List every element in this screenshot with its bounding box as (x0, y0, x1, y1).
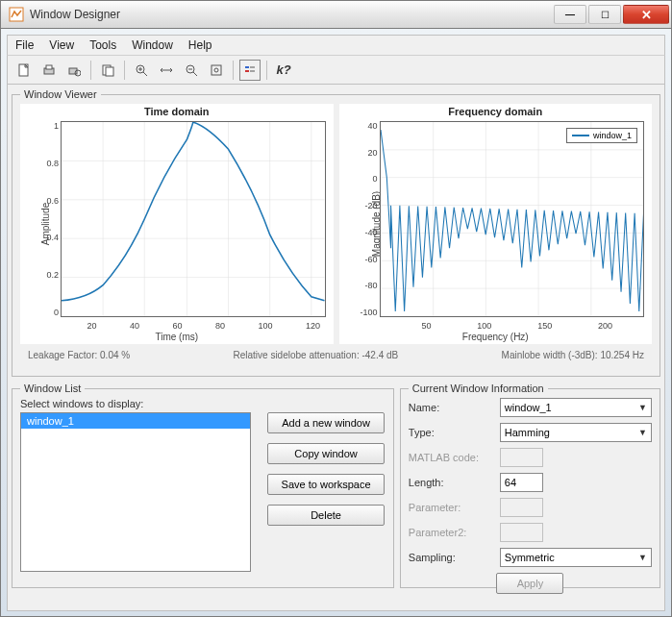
stat-leakage: Leakage Factor: 0.04 % (28, 350, 130, 360)
window-title: Window Designer (30, 8, 552, 21)
new-icon[interactable] (13, 60, 35, 81)
menu-view[interactable]: View (49, 38, 74, 52)
copy-window-button[interactable]: Copy window (267, 443, 385, 464)
menu-window[interactable]: Window (132, 38, 173, 52)
delete-button[interactable]: Delete (267, 505, 385, 526)
chevron-down-icon: ▼ (638, 428, 647, 437)
winlist-legend: Window List (20, 383, 85, 394)
label-length: Length: (409, 477, 500, 488)
svg-rect-20 (245, 70, 249, 72)
svg-rect-19 (245, 66, 249, 68)
freq-chart-plot: window_1 (380, 121, 645, 317)
info-legend: Current Window Information (409, 383, 548, 394)
menubar: File View Tools Window Help (7, 35, 665, 56)
maximize-button[interactable]: ☐ (588, 5, 621, 24)
label-sampling: Sampling: (409, 552, 500, 563)
window-list-group: Window List Select windows to display: w… (12, 383, 394, 588)
freq-chart-xlabel: Frequency (Hz) (339, 332, 653, 342)
viewer-stats: Leakage Factor: 0.04 % Relative sidelobe… (20, 344, 652, 360)
freq-chart-yticks: 40200-20-40-60-80-100 (359, 121, 378, 317)
svg-line-15 (193, 72, 197, 76)
svg-rect-8 (106, 67, 113, 76)
add-window-button[interactable]: Add a new window (267, 412, 385, 433)
svg-rect-17 (212, 65, 221, 75)
name-dropdown[interactable]: window_1▼ (500, 398, 652, 417)
titlebar: Window Designer ─ ☐ ✕ (0, 0, 672, 29)
menu-tools[interactable]: Tools (89, 38, 116, 52)
sampling-dropdown[interactable]: Symmetric▼ (500, 548, 652, 567)
stat-mainlobe: Mainlobe width (-3dB): 10.254 Hz (502, 350, 644, 360)
print-icon[interactable] (38, 60, 60, 81)
close-button[interactable]: ✕ (623, 5, 669, 24)
apply-button[interactable]: Apply (496, 573, 563, 594)
winlist-instruction: Select windows to display: (20, 398, 386, 409)
length-input[interactable]: 64 (500, 473, 543, 492)
viewer-legend: Window Viewer (20, 88, 101, 100)
time-chart-plot (61, 121, 326, 317)
zoom-full-icon[interactable] (206, 60, 227, 81)
label-param: Parameter: (409, 502, 500, 513)
label-type: Type: (409, 427, 500, 438)
freq-legend: window_1 (566, 128, 637, 143)
freq-chart-title: Frequency domain (339, 104, 653, 119)
matlab-field (500, 448, 543, 467)
legend-icon[interactable] (239, 60, 261, 81)
svg-line-10 (143, 72, 147, 76)
chevron-down-icon: ▼ (638, 403, 647, 412)
label-param2: Parameter2: (409, 527, 500, 538)
time-domain-chart: Time domain Amplitude 10.80.60.40.20 204… (20, 104, 334, 344)
time-chart-yticks: 10.80.60.40.20 (39, 121, 59, 317)
list-item[interactable]: window_1 (21, 413, 250, 429)
freq-chart-xticks: 50100150200 (380, 321, 645, 331)
menu-help[interactable]: Help (188, 38, 212, 52)
type-dropdown[interactable]: Hamming▼ (500, 423, 652, 442)
label-name: Name: (409, 402, 500, 413)
time-chart-xlabel: Time (ms) (20, 332, 334, 342)
minimize-button[interactable]: ─ (554, 5, 586, 24)
chevron-down-icon: ▼ (638, 553, 647, 562)
param-field (500, 498, 543, 517)
menu-file[interactable]: File (15, 38, 34, 52)
annotate-icon[interactable] (97, 60, 118, 81)
svg-rect-4 (46, 65, 52, 69)
print-preview-icon[interactable] (63, 60, 85, 81)
help-icon[interactable]: k? (273, 60, 294, 81)
svg-point-18 (214, 68, 218, 72)
toolbar: k? (7, 56, 665, 85)
time-chart-title: Time domain (20, 104, 334, 119)
zoom-in-icon[interactable] (131, 60, 152, 81)
window-viewer-group: Window Viewer Time domain Amplitude 10.8… (12, 88, 660, 377)
app-icon (9, 7, 24, 22)
window-info-group: Current Window Information Name: window_… (400, 383, 660, 588)
save-workspace-button[interactable]: Save to workspace (267, 474, 385, 495)
param2-field (500, 523, 543, 542)
stat-sidelobe: Relative sidelobe attenuation: -42.4 dB (233, 350, 398, 360)
zoom-out-icon[interactable] (181, 60, 202, 81)
window-listbox[interactable]: window_1 (20, 412, 251, 572)
freq-domain-chart: Frequency domain Magnitude (dB) 40200-20… (339, 104, 653, 344)
time-chart-xticks: 20406080100120 (61, 321, 326, 331)
label-matlab: MATLAB code: (409, 452, 500, 463)
zoom-x-icon[interactable] (156, 60, 177, 81)
